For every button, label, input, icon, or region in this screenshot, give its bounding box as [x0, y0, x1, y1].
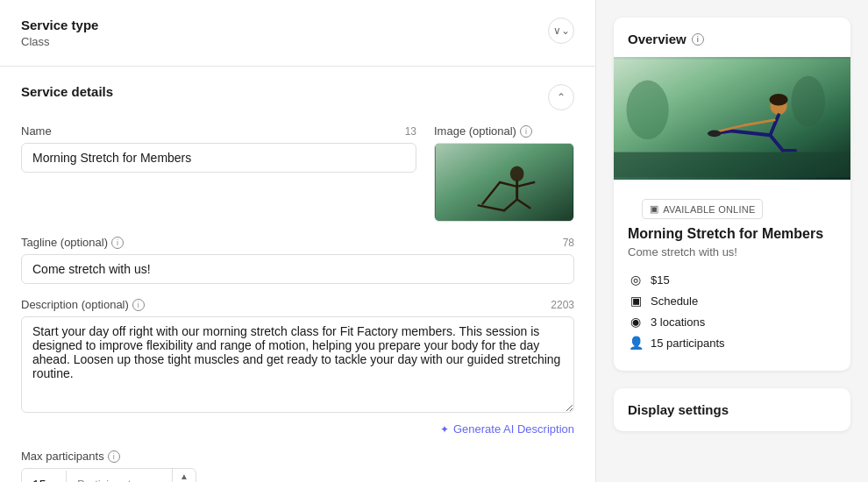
svg-point-10	[626, 81, 668, 140]
description-char-count: 2203	[551, 299, 574, 311]
overview-service-name: Morning Stretch for Members	[614, 226, 850, 245]
participants-unit-label: Participants	[66, 471, 172, 482]
service-type-section: Service type Class ⌄	[0, 0, 595, 67]
schedule-label: Schedule	[651, 294, 698, 308]
participants-icon: 👤	[628, 336, 644, 350]
athlete-svg	[435, 144, 573, 221]
description-field-group: Description (optional) i 2203 Start your…	[21, 298, 574, 415]
available-badge-row: ▣ AVAILABLE ONLINE	[614, 180, 850, 226]
stepper-up-button[interactable]: ▲	[173, 469, 196, 482]
image-info-icon[interactable]: i	[520, 125, 532, 138]
generate-ai-button[interactable]: ✦ Generate AI Description	[440, 422, 574, 436]
service-details-section: Service details ⌃ Name 13 Image (optiona…	[0, 67, 595, 482]
schedule-row: ▣ Schedule	[628, 294, 836, 308]
overview-tagline: Come stretch with us!	[614, 245, 850, 269]
sparkle-icon: ✦	[440, 423, 449, 436]
service-details-title: Service details	[21, 84, 113, 99]
svg-point-1	[510, 166, 524, 181]
display-settings-title: Display settings	[628, 402, 836, 417]
svg-rect-12	[614, 152, 850, 178]
tagline-field-group: Tagline (optional) i 78	[21, 236, 574, 284]
service-details-header: Service details ⌃	[21, 84, 574, 110]
description-label: Description (optional) i	[21, 298, 145, 311]
max-participants-info-icon[interactable]: i	[108, 450, 120, 463]
name-field-label-row: Name 13	[21, 124, 416, 138]
locations-value: 3 locations	[651, 315, 705, 329]
max-participants-label: Max participants i	[21, 450, 120, 463]
tagline-char-count: 78	[563, 237, 574, 249]
overview-hero-svg	[614, 57, 850, 180]
generate-ai-row: ✦ Generate AI Description	[21, 422, 574, 436]
name-image-row: Name 13 Image (optional) i	[21, 124, 574, 222]
locations-row: ◉ 3 locations	[628, 315, 836, 329]
description-info-icon[interactable]: i	[132, 299, 145, 311]
generate-ai-label: Generate AI Description	[453, 422, 574, 436]
price-value: $15	[651, 273, 670, 287]
display-settings-section: Display settings	[614, 388, 850, 431]
participants-stepper: ▲ ▼	[172, 469, 196, 482]
overview-details: ◎ $15 ▣ Schedule ◉ 3 locations 👤 15 part…	[614, 269, 850, 371]
chevron-down-icon: ⌄	[553, 25, 570, 37]
name-input[interactable]	[21, 143, 416, 173]
overview-title: Overview i	[614, 18, 850, 57]
monitor-icon: ▣	[650, 203, 658, 215]
participants-input-wrap: Participants ▲ ▼	[21, 468, 196, 482]
overview-hero-image	[614, 57, 850, 180]
name-field-col: Name 13	[21, 124, 416, 222]
description-field-wrapper: Start your day off right with our mornin…	[21, 316, 574, 415]
overview-section: Overview i	[614, 18, 850, 371]
tagline-info-icon[interactable]: i	[111, 237, 124, 249]
service-type-content: Service type Class	[21, 18, 98, 48]
name-label: Name	[21, 124, 52, 138]
overview-info-icon[interactable]: i	[692, 33, 704, 46]
athlete-image-preview	[435, 144, 573, 221]
price-icon: ◎	[628, 273, 644, 287]
name-char-count: 13	[405, 125, 416, 138]
location-icon: ◉	[628, 315, 644, 329]
participants-value: 15 participants	[651, 337, 725, 350]
image-field-label-row: Image (optional) i	[434, 124, 574, 138]
description-textarea[interactable]: Start your day off right with our mornin…	[21, 316, 574, 413]
service-type-collapse-button[interactable]: ⌄	[548, 18, 574, 44]
svg-point-14	[769, 94, 787, 106]
svg-point-22	[708, 131, 721, 138]
image-field-col: Image (optional) i	[434, 124, 574, 222]
svg-point-11	[792, 76, 826, 127]
left-panel: Service type Class ⌄ Service details ⌃ N…	[0, 0, 596, 482]
participants-row: 👤 15 participants	[628, 336, 836, 350]
service-type-value: Class	[21, 35, 98, 48]
right-panel: Overview i	[596, 0, 868, 482]
price-row: ◎ $15	[628, 273, 836, 287]
available-online-badge: ▣ AVAILABLE ONLINE	[642, 199, 763, 219]
max-participants-group: Max participants i Participants ▲ ▼	[21, 450, 574, 482]
image-label: Image (optional) i	[434, 124, 532, 138]
service-details-collapse-button[interactable]: ⌃	[548, 84, 574, 110]
description-field-label-row: Description (optional) i 2203	[21, 298, 574, 311]
image-upload-box[interactable]	[434, 143, 574, 222]
max-participants-label-row: Max participants i	[21, 450, 574, 463]
schedule-icon: ▣	[628, 294, 644, 308]
tagline-label: Tagline (optional) i	[21, 236, 124, 249]
service-type-label: Service type	[21, 18, 98, 32]
chevron-up-icon: ⌃	[557, 91, 566, 103]
max-participants-input[interactable]	[22, 471, 66, 483]
service-type-header: Service type Class ⌄	[21, 18, 574, 48]
tagline-input[interactable]	[21, 254, 574, 284]
tagline-field-label-row: Tagline (optional) i 78	[21, 236, 574, 249]
